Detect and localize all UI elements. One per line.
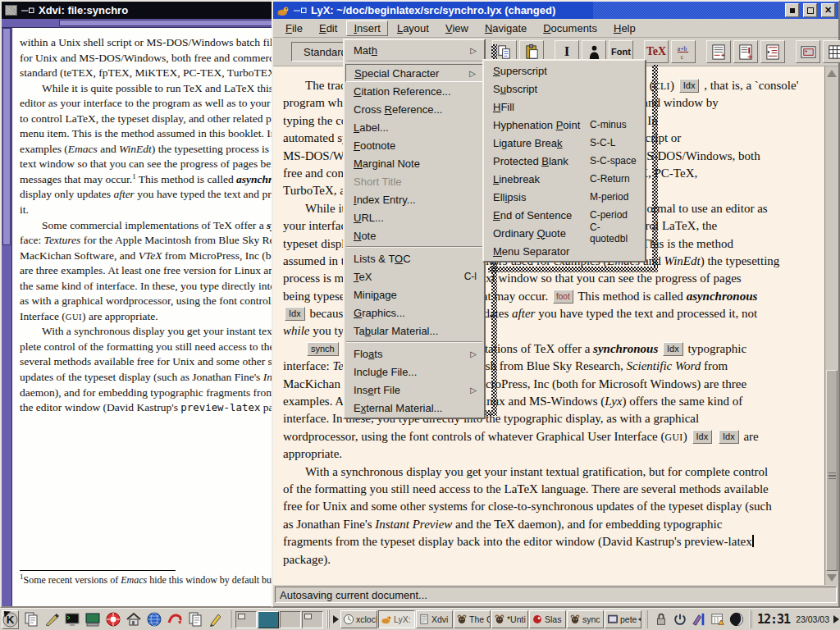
insert-menu-item-flo-ats[interactable]: Floats▷ <box>345 345 483 363</box>
task-button-the-g[interactable]: The G <box>454 610 491 628</box>
idx-inset-button[interactable]: Idx <box>679 79 700 93</box>
panel-hide-button[interactable] <box>833 610 839 628</box>
insert-menu-item-cross-reference[interactable]: Cross Reference... <box>345 100 483 118</box>
special-menu-item-menu-separator[interactable]: Menu Separator <box>485 242 644 260</box>
depth-icon[interactable] <box>760 40 785 63</box>
task-button-xclock[interactable]: xclock <box>340 610 377 628</box>
lyx-vscroll-thumb[interactable] <box>826 370 838 571</box>
pager-desktop-3[interactable] <box>280 611 301 628</box>
footnote-icon[interactable] <box>706 40 731 63</box>
table-icon[interactable] <box>823 40 840 63</box>
idx-inset-button[interactable]: Idx <box>663 342 683 356</box>
special-menu-item-ordinary-quote[interactable]: Ordinary QuoteC-quotedbl <box>485 224 644 242</box>
date-display[interactable]: 23/03/03 <box>793 614 832 624</box>
insert-menu-item-citation-reference[interactable]: Citation Reference... <box>345 82 483 100</box>
pager-desktop-1[interactable] <box>235 611 257 628</box>
task-button-xdvi[interactable]: Xdvi <box>416 610 453 628</box>
special-menu-item-hyphenation-point[interactable]: Hyphenation PointC-minus <box>485 116 644 134</box>
iconify-button[interactable] <box>785 3 799 17</box>
menubar-item-help[interactable]: Help <box>606 21 643 36</box>
insert-menu-item-tex[interactable]: TeXC-l <box>345 267 483 285</box>
panel-handle[interactable] <box>326 610 330 628</box>
xdvi-vscrollbar[interactable] <box>2 28 12 606</box>
menubar-item-layout[interactable]: Layout <box>390 21 436 36</box>
moon-phase-icon[interactable] <box>727 610 746 629</box>
insert-menu-item-mini-page[interactable]: Minipage <box>345 285 483 304</box>
insert-menu-item-label[interactable]: Label... <box>345 118 483 136</box>
menubar-item-edit[interactable]: Edit <box>312 21 345 36</box>
insert-menu-item-inclu-de-file[interactable]: Include File... <box>345 363 483 381</box>
home-icon[interactable] <box>123 609 144 629</box>
menubar-item-file[interactable]: File <box>278 21 310 36</box>
xdvi-titlebar[interactable]: Xdvi: file:synchro <box>2 2 284 19</box>
panel-handle[interactable] <box>749 610 752 628</box>
news-icon[interactable] <box>164 609 185 629</box>
task-button-slas[interactable]: Slas <box>529 610 566 628</box>
menubar-item-view[interactable]: View <box>438 21 476 36</box>
scroll-down-icon[interactable] <box>827 574 837 582</box>
task-button-sync[interactable]: sync <box>567 610 604 628</box>
window-list-icon[interactable] <box>21 609 41 629</box>
figure-icon[interactable] <box>796 40 820 63</box>
close-button[interactable]: ✕ <box>821 3 835 17</box>
task-button-pete[interactable]: pete <box>605 610 641 628</box>
lock-icon[interactable] <box>651 610 670 629</box>
maximize-button[interactable] <box>803 3 817 17</box>
insert-menu-item-lists-t-oc[interactable]: Lists & TOC <box>345 249 483 267</box>
insert-menu-item-graphics[interactable]: Graphics... <box>345 304 483 322</box>
show-desktop-icon[interactable] <box>41 609 62 629</box>
lyx-vscrollbar[interactable] <box>824 66 838 585</box>
editor-icon[interactable] <box>205 609 226 629</box>
menubar-item-insert[interactable]: Insert <box>346 21 388 36</box>
menubar-item-navigate[interactable]: Navigate <box>477 21 534 36</box>
k-menu-button[interactable]: K <box>2 610 19 629</box>
klipper-icon[interactable] <box>689 610 708 629</box>
lyx-titlebar[interactable]: LyX: ~/doc/beginlatex/src/synchro.lyx (c… <box>273 2 838 19</box>
idx-inset-button[interactable]: Idx <box>285 307 305 321</box>
menubar-item-documents[interactable]: Documents <box>536 21 605 36</box>
logout-icon[interactable] <box>670 610 689 629</box>
panel-handle[interactable] <box>645 610 648 628</box>
task-button-unti[interactable]: *Unti <box>491 610 528 628</box>
insert-menu-item-short-title[interactable]: Short Title <box>345 172 483 190</box>
tex-button[interactable]: TeX <box>644 40 669 63</box>
insert-menu-item-mat-h[interactable]: Math▷ <box>345 41 483 59</box>
special-menu-item-ligature-brea-k[interactable]: Ligature BreakS-C-L <box>485 134 644 152</box>
digital-clock[interactable]: 12:31 <box>756 612 792 627</box>
panel-handle[interactable] <box>229 610 232 628</box>
insert-menu-item-ta-bular-material[interactable]: Tabular Material... <box>345 322 483 340</box>
insert-menu-item-marginal-note[interactable]: Marginal Note <box>345 154 483 172</box>
insert-menu-item-ins-ert-file[interactable]: Insert File▷ <box>345 381 483 399</box>
xdvi-window-menu-icon[interactable] <box>5 5 17 16</box>
math-icon[interactable]: a+bc <box>671 40 696 63</box>
special-menu-item-hfill[interactable]: HFill <box>485 98 644 116</box>
pager-desktop-4[interactable] <box>302 611 323 628</box>
task-button-lyx[interactable]: LyX: <box>378 610 415 628</box>
index-inset-button[interactable]: synch <box>307 342 339 356</box>
insert-menu-item-footnote[interactable]: Footnote <box>345 136 483 154</box>
special-menu-item-ell-ipsis[interactable]: EllipsisM-period <box>485 188 644 206</box>
help-icon[interactable] <box>103 609 123 629</box>
insert-menu-item-note[interactable]: Note <box>345 226 483 244</box>
insert-menu-item-special-character[interactable]: Special Character▷ <box>345 64 483 82</box>
taskbar-scroll-left-button[interactable] <box>333 610 339 628</box>
terminal-icon[interactable] <box>62 609 82 629</box>
special-menu-item-superscript[interactable]: Superscript <box>485 62 644 80</box>
insert-menu-item-index-entry[interactable]: Index Entry... <box>345 190 483 208</box>
special-menu-item-s-ubscript[interactable]: Subscript <box>485 80 644 98</box>
insert-menu-item-e-xternal-material[interactable]: External Material... <box>345 399 483 417</box>
scroll-up-icon[interactable] <box>827 70 837 77</box>
organizer-icon[interactable] <box>708 610 727 629</box>
insert-menu-item-url[interactable]: URL... <box>345 208 483 226</box>
footnote-inset-button[interactable]: foot <box>553 290 573 304</box>
pager-desktop-2[interactable] <box>258 611 279 628</box>
console-icon[interactable] <box>82 609 103 629</box>
xdvi-vscroll-thumb[interactable] <box>2 28 11 245</box>
browser-icon[interactable] <box>144 609 164 629</box>
xdvi-hscroll-thumb[interactable] <box>59 20 284 26</box>
idx-inset-button[interactable]: Idx <box>719 430 739 444</box>
documents-icon[interactable] <box>185 609 205 629</box>
special-menu-item-linebreak[interactable]: LinebreakC-Return <box>485 170 644 188</box>
idx-inset-button[interactable]: Idx <box>692 430 713 444</box>
marginpar-icon[interactable] <box>733 40 758 63</box>
